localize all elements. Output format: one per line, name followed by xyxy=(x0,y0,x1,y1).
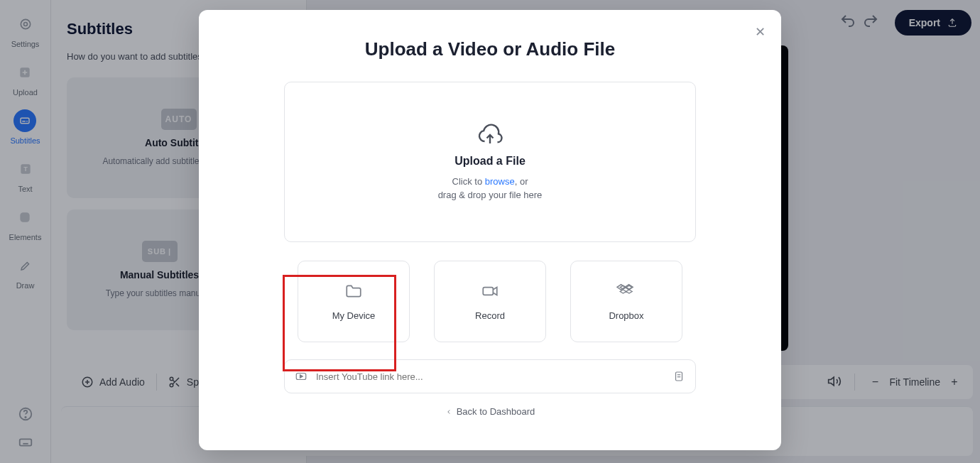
cloud-upload-icon xyxy=(476,122,504,148)
dropbox-icon xyxy=(616,282,637,300)
upload-modal: ✕ Upload a Video or Audio File Upload a … xyxy=(199,10,781,450)
upload-options: My Device Record Dropbox xyxy=(298,261,682,342)
option-my-device[interactable]: My Device xyxy=(298,261,410,342)
youtube-icon xyxy=(295,370,307,383)
dropzone-subtitle: Click to browse, or drag & drop your fil… xyxy=(438,175,543,202)
chevron-left-icon xyxy=(445,408,452,415)
svg-rect-25 xyxy=(483,288,493,295)
option-label: My Device xyxy=(332,310,376,321)
svg-rect-27 xyxy=(676,372,682,381)
browse-link[interactable]: browse xyxy=(485,176,515,187)
option-dropbox[interactable]: Dropbox xyxy=(570,261,682,342)
option-label: Dropbox xyxy=(609,310,643,321)
camera-icon xyxy=(479,282,501,300)
back-to-dashboard-link[interactable]: Back to Dashboard xyxy=(445,406,535,417)
folder-icon xyxy=(343,282,364,300)
option-label: Record xyxy=(475,310,505,321)
back-label: Back to Dashboard xyxy=(457,406,535,417)
dropzone[interactable]: Upload a File Click to browse, or drag &… xyxy=(284,82,696,242)
close-button[interactable]: ✕ xyxy=(755,24,766,40)
youtube-link-row xyxy=(284,359,696,393)
modal-title: Upload a Video or Audio File xyxy=(365,38,615,60)
dropzone-title: Upload a File xyxy=(454,155,526,168)
youtube-link-input[interactable] xyxy=(316,371,664,382)
option-record[interactable]: Record xyxy=(434,261,546,342)
paste-icon[interactable] xyxy=(673,370,685,383)
